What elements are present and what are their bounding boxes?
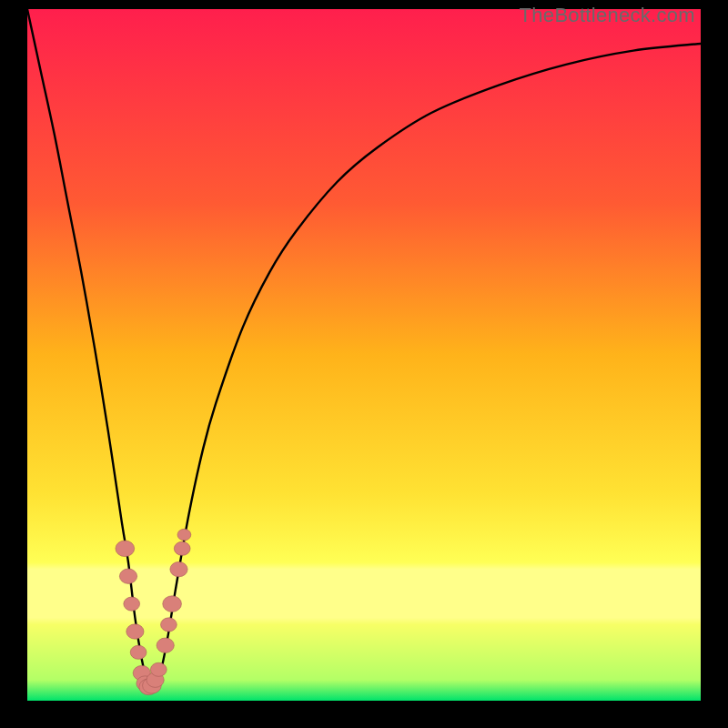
curve-marker (150, 662, 167, 676)
curve-marker (124, 597, 140, 611)
curve-markers (116, 529, 191, 694)
curve-marker (126, 624, 144, 639)
curve-marker (130, 645, 147, 659)
curve-marker (170, 561, 187, 576)
curve-layer (27, 9, 701, 701)
curve-marker (177, 529, 191, 541)
chart-frame: TheBottleneck.com (0, 0, 728, 728)
watermark-text: TheBottleneck.com (520, 4, 695, 27)
curve-marker (174, 541, 190, 555)
curve-marker (161, 618, 177, 632)
curve-marker (157, 638, 174, 652)
curve-marker (116, 541, 135, 557)
plot-area (27, 9, 701, 701)
curve-marker (119, 569, 136, 583)
bottleneck-curve (27, 9, 701, 690)
curve-marker (163, 596, 182, 612)
